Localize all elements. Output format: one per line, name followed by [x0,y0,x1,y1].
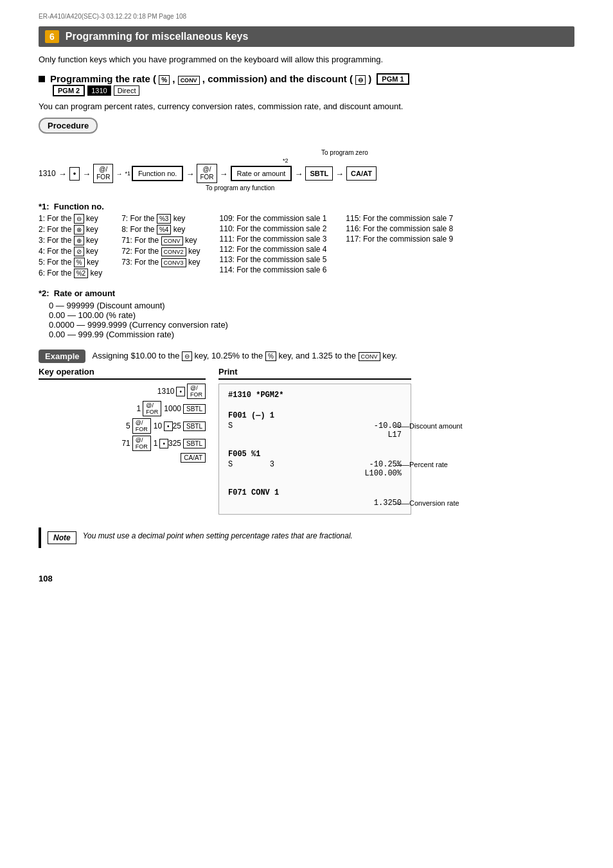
fn1-list: 1: For the ⊖ key 2: For the ⊗ key 3: For… [39,214,574,279]
fn1-key73: CONV3 [161,258,186,267]
key-op-row-1: 1310 • @/FOR [39,384,206,399]
fn1-col1: 1: For the ⊖ key 2: For the ⊗ key 3: For… [39,214,102,279]
key-caat: CA/AT [181,453,206,463]
example-row: Example Assigning $10.00 to the ⊖ key, 1… [39,350,574,363]
key-for-3: @/FOR [132,418,151,434]
example-columns: Key operation 1310 • @/FOR 1 @/FOR 1000 … [39,367,574,515]
flow-diagram: To program zero *2 1310 → • → @/ FOR → *… [39,149,574,191]
section-number: 6 [45,30,59,43]
key-for-2: @/FOR [143,401,161,416]
flow-star2-top: *2 [283,157,289,164]
flow-bottom-label: To program any function [206,184,274,191]
receipt-line-f005: F005 %1 [228,450,402,459]
receipt-line-1: #1310 *PGM2* [228,391,402,400]
pgm-row: PGM 2 1310 Direct [50,85,574,96]
key-op-row-4: 71 @/FOR 1 • 325 SBTL [39,436,206,451]
heading-square-icon [39,76,45,82]
example-text: Assigning $10.00 to the ⊖ key, 10.25% to… [92,350,397,361]
fn1-key8: %4 [157,225,171,235]
desc-text: You can program percent rates, currency … [39,102,574,111]
print-title: Print [218,367,411,380]
intro-text: Only function keys which you have progra… [39,55,574,64]
key-for-1: @/FOR [187,384,206,399]
section-heading: 6 Programming for miscellaneous keys [39,26,574,47]
pgm1-badge: PGM 1 [377,73,409,85]
flow-dot-box: • [69,167,80,181]
annotation-percent: ——Percent rate [395,461,448,468]
procedure-label: Procedure [48,121,89,130]
flow-top-zero-label: To program zero [321,149,368,156]
flow-arrow-6: → [294,169,303,179]
fn1-key3: ⊕ [74,236,84,245]
key-dot-3: • [164,421,173,431]
print-col: Print #1310 *PGM2* F001 (—) 1 S -10.00 —… [218,367,411,515]
fn1-col2: 7: For the %3 key 8: For the %4 key 71: … [121,214,200,279]
flow-caat: CA/AT [346,166,377,181]
receipt-line-conv: 1.3250 ——Conversion rate [228,499,402,508]
note-text: You must use a decimal point when settin… [83,531,353,540]
prog-heading: Programming the rate ( % , CONV , commis… [39,73,574,85]
flow-main-row: 1310 → • → @/ FOR → *1 Function no. → @/… [39,164,377,183]
key-op-row-2: 1 @/FOR 1000 SBTL [39,401,206,416]
fn1-key7: %3 [157,214,171,224]
doc-header: ER-A410/A420(SEC)-3 03.12.22 0:18 PM Pag… [39,13,574,20]
receipt-spacer-3 [228,478,402,487]
receipt-line-s1: S -10.00 ——Discount amount [228,421,402,430]
prog-heading-text: Programming the rate ( % , CONV , commis… [50,73,371,85]
fn1-key71: CONV [161,236,183,245]
receipt-line-f001: F001 (—) 1 [228,411,402,420]
step-badge: 1310 [87,85,111,96]
receipt-line-s2: S 3 -10.25% ——Percent rate [228,460,402,469]
flow-for-box-1: @/ FOR [93,164,113,183]
flow-arrow-7: → [335,169,344,179]
procedure-box: Procedure [39,118,98,134]
fn1-col3: 109: For the commission sale 1 110: For … [220,214,327,279]
annotation-conv: ——Conversion rate [395,499,459,507]
key-sbtl-1: SBTL [183,404,206,414]
fn2-items: 0 — 999999 (Discount amount) 0.00 — 100.… [49,301,574,339]
fn1-key5: % [74,258,85,267]
note-box: Note You must use a decimal point when s… [39,527,574,548]
fn1-col4: 115: For the commission sale 7 116: For … [346,214,453,279]
example-discount-key: ⊖ [182,351,192,361]
key-dot-4: • [159,439,168,448]
percent-key: % [159,75,170,85]
fn1-key1: ⊖ [74,214,84,224]
note-label: Note [48,531,76,544]
receipt-line-f071: F071 CONV 1 [228,488,402,497]
key-sbtl-2: SBTL [183,421,206,431]
annotation-discount: ——Discount amount [395,422,463,430]
flow-star1: *1 [125,170,130,177]
key-dot-1: • [176,387,185,396]
section-title: Programming for miscellaneous keys [66,31,249,42]
fn1-key72: CONV2 [161,247,186,256]
page-number: 108 [39,574,574,583]
key-op-row-5: CA/AT [39,453,206,463]
example-badge: Example [39,350,85,363]
fn1-key2: ⊗ [74,225,84,235]
key-sbtl-3: SBTL [183,439,206,448]
key-for-4: @/FOR [132,436,151,451]
receipt-l17: L17 [228,430,402,439]
receipt-l100: L100.00% [228,469,402,478]
flow-function-box: Function no. [132,166,184,181]
example-percent-key: % [265,351,276,361]
flow-for-box-2: @/ FOR [197,164,217,183]
key-op-title: Key operation [39,367,206,380]
conv-key: CONV [178,76,200,85]
pgm2-badge: PGM 2 [53,85,85,96]
discount-key: ⊖ [355,75,366,85]
direct-badge: Direct [114,85,140,96]
example-conv-key: CONV [359,352,380,361]
fn1-key4: ⊘ [74,247,84,256]
flow-arrow-4: → [186,169,194,179]
flow-sbtl: SBTL [305,166,333,181]
key-op-row-3: 5 @/FOR 10 • 25 SBTL [39,418,206,434]
flow-arrow-2: → [82,169,91,179]
fn2-section: *2: Rate or amount 0 — 999999 (Discount … [39,288,574,339]
fn2-title: *2: Rate or amount [39,288,574,298]
receipt-spacer-2 [228,439,402,448]
fn1-section: *1: Function no. 1: For the ⊖ key 2: For… [39,202,574,279]
key-op-col: Key operation 1310 • @/FOR 1 @/FOR 1000 … [39,367,206,515]
flow-start-num: 1310 [39,169,56,178]
